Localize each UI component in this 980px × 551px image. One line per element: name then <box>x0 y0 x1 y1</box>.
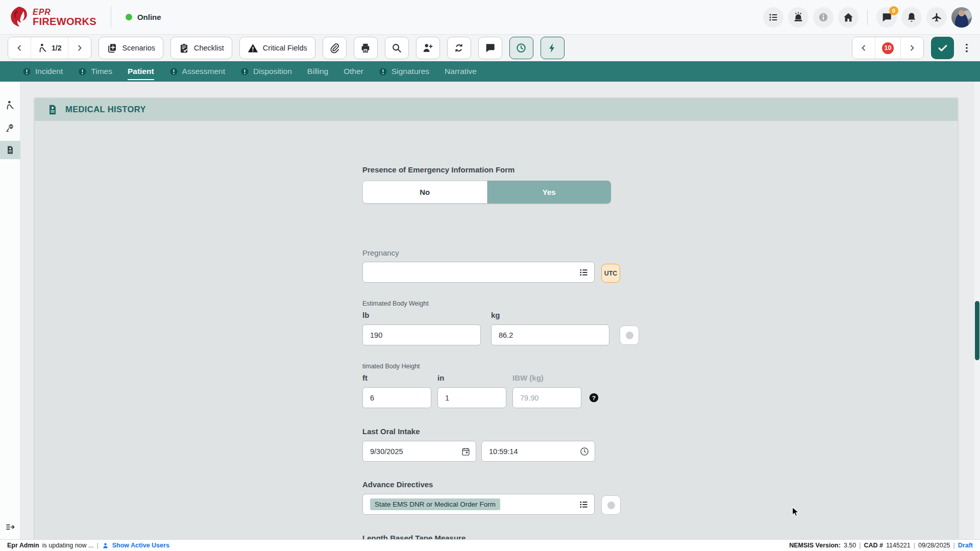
advance-directives-input[interactable]: State EMS DNR or Medical Order Form <box>362 494 595 515</box>
cad-label: CAD # <box>864 542 884 549</box>
lightning-icon <box>547 42 558 54</box>
online-status-dot <box>126 14 132 20</box>
flight-mode-button[interactable] <box>926 7 947 28</box>
tab-signatures[interactable]: Signatures <box>379 66 429 77</box>
last-oral-intake-time-input[interactable] <box>481 441 595 462</box>
tab-label: Disposition <box>253 67 292 76</box>
kg-label: kg <box>491 311 609 319</box>
content-scrollbar[interactable] <box>973 82 980 539</box>
nemsis-version-value: 3.50 <box>844 542 856 549</box>
advance-directive-chip[interactable]: State EMS DNR or Medical Order Form <box>370 498 500 510</box>
list-menu-button[interactable] <box>763 7 783 28</box>
next-error-button[interactable] <box>901 37 923 59</box>
emergency-info-toggle: No Yes <box>362 181 611 204</box>
nemsis-version-label: NEMSIS Version: <box>789 542 841 549</box>
warning-icon <box>248 43 258 54</box>
tab-label: Times <box>91 67 112 76</box>
attachments-button[interactable] <box>323 37 347 59</box>
utc-toggle-button[interactable]: UTC <box>601 264 620 283</box>
tab-disposition[interactable]: Disposition <box>240 66 292 77</box>
active-user-name: Epr Admin <box>7 542 39 549</box>
show-active-users-link[interactable]: Show Active Users <box>112 542 169 549</box>
time-mode-toggle[interactable] <box>509 37 533 59</box>
siren-icon <box>793 12 804 23</box>
tab-patient[interactable]: Patient <box>128 66 154 77</box>
active-user-activity: is updating now ... <box>42 542 94 549</box>
emergency-info-option-yes[interactable]: Yes <box>487 181 611 204</box>
scrollbar-thumb[interactable] <box>975 301 979 360</box>
pregnancy-list-picker[interactable] <box>578 267 589 278</box>
comments-button[interactable] <box>478 37 502 59</box>
advance-directives-not-obtained-button[interactable] <box>601 495 621 515</box>
time-picker-button[interactable] <box>579 446 590 457</box>
tab-billing[interactable]: Billing <box>307 66 328 77</box>
tab-times[interactable]: Times <box>78 66 112 77</box>
weight-kg-input[interactable] <box>491 324 609 345</box>
field-body-weight: Estimated Body Weight lb kg <box>362 300 639 345</box>
ibw-help-button[interactable]: ? <box>589 392 599 403</box>
notifications-button[interactable] <box>901 7 922 28</box>
clock-icon <box>579 446 590 457</box>
alert-icon <box>240 67 249 76</box>
sidebar-expand-button[interactable] <box>0 522 20 532</box>
error-count-button[interactable]: 10 <box>875 37 901 59</box>
weight-not-obtained-button[interactable] <box>620 325 639 345</box>
critical-fields-button[interactable]: Critical Fields <box>239 37 315 59</box>
question-icon: ? <box>589 392 599 403</box>
in-label: in <box>437 373 506 382</box>
draft-status-link[interactable]: Draft <box>958 542 973 549</box>
tab-other[interactable]: Other <box>344 66 363 77</box>
sidebar-item-patient-info[interactable] <box>0 96 20 114</box>
messages-button[interactable]: 0 <box>876 7 897 28</box>
weight-lb-input[interactable] <box>362 324 481 345</box>
record-indicator[interactable]: 1/2 <box>31 37 68 59</box>
sidebar-item-medical-history[interactable] <box>0 141 20 159</box>
tab-assessment[interactable]: Assessment <box>169 66 225 77</box>
search-button[interactable] <box>385 37 409 59</box>
cad-value: 1145221 <box>886 542 911 549</box>
field-last-oral-intake: Last Oral Intake <box>362 427 595 462</box>
expand-sidebar-icon <box>5 522 15 532</box>
prev-error-button[interactable] <box>852 37 875 59</box>
emergency-info-option-no[interactable]: No <box>362 181 487 204</box>
home-icon <box>843 12 854 23</box>
height-ft-input[interactable] <box>362 387 431 408</box>
scenarios-icon <box>107 43 117 54</box>
prev-record-button[interactable] <box>8 37 31 59</box>
ibw-label: IBW (kg) <box>512 373 581 382</box>
add-crew-button[interactable] <box>416 37 440 59</box>
tab-narrative[interactable]: Narrative <box>445 66 477 77</box>
more-options-button[interactable] <box>961 42 972 54</box>
tab-incident[interactable]: Incident <box>22 66 63 77</box>
pregnancy-input[interactable] <box>362 262 595 283</box>
date-picker-button[interactable] <box>461 446 471 456</box>
patient-icon <box>38 43 48 53</box>
height-in-input[interactable] <box>437 387 506 408</box>
group-label: timated Body Height <box>362 363 599 370</box>
advance-directives-list-picker[interactable] <box>578 499 589 510</box>
save-button[interactable] <box>931 37 954 59</box>
info-button[interactable] <box>813 7 834 28</box>
home-button[interactable] <box>838 7 859 28</box>
section-tabbar: Incident Times Patient Assessment Dispos… <box>0 61 980 82</box>
medical-history-icon <box>47 104 58 116</box>
medical-history-card: MEDICAL HISTORY Presence of Emergency In… <box>35 98 958 539</box>
next-record-button[interactable] <box>68 37 91 59</box>
print-button[interactable] <box>354 37 378 59</box>
list-icon <box>768 12 779 23</box>
user-avatar[interactable] <box>951 7 972 28</box>
sidebar-item-vitals[interactable] <box>0 118 20 137</box>
checklist-button[interactable]: Checklist <box>170 37 232 59</box>
sync-button[interactable] <box>447 37 471 59</box>
alerts-siren-button[interactable] <box>788 7 808 28</box>
scenarios-button[interactable]: Scenarios <box>99 37 163 59</box>
status-bar: Epr Admin is updating now ... | Show Act… <box>0 539 980 551</box>
ft-label: ft <box>362 373 431 382</box>
ibw-kg-input[interactable] <box>512 387 581 408</box>
last-oral-intake-date-input[interactable] <box>362 441 476 462</box>
tab-label: Signatures <box>391 67 429 76</box>
quick-entry-toggle[interactable] <box>541 37 565 59</box>
medical-history-form: Presence of Emergency Information Form N… <box>362 121 679 519</box>
alert-icon <box>379 67 387 76</box>
critical-fields-label: Critical Fields <box>263 44 307 52</box>
